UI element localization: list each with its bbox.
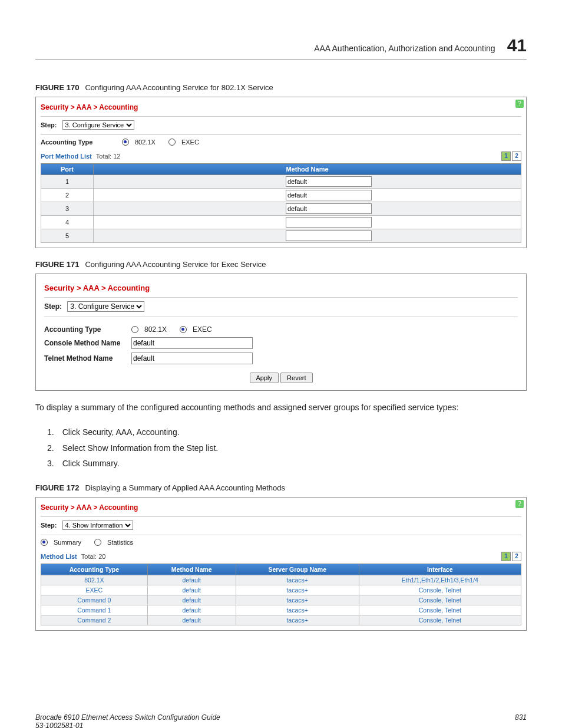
table-row: Command 2defaulttacacs+Console, Telnet — [41, 615, 521, 625]
table-row: 2 — [41, 189, 521, 202]
pager[interactable]: 1 2 — [501, 552, 521, 561]
help-icon[interactable]: ? — [515, 100, 524, 108]
breadcrumb: Security > AAA > Accounting — [44, 284, 518, 292]
figure-170-caption: FIGURE 170Configuring AAA Accounting Ser… — [35, 83, 527, 92]
step-select[interactable]: 4. Show Information — [62, 521, 133, 530]
step-label: Step: — [44, 302, 62, 311]
accounting-type-label: Accounting Type — [41, 139, 117, 146]
table-row: Command 0defaulttacacs+Console, Telnet — [41, 595, 521, 605]
radio-8021x[interactable] — [131, 326, 138, 333]
step-select[interactable]: 3. Configure Service — [67, 301, 144, 312]
chapter-number: 41 — [507, 35, 527, 55]
telnet-method-label: Telnet Method Name — [44, 354, 127, 363]
method-input[interactable] — [286, 203, 372, 214]
port-method-table: Port Method Name 1 2 3 4 5 — [41, 163, 521, 243]
revert-button[interactable]: Revert — [280, 373, 312, 383]
radio-exec[interactable] — [180, 326, 187, 333]
help-icon[interactable]: ? — [515, 500, 524, 508]
summary-intro-text: To display a summary of the configured a… — [35, 401, 527, 414]
table-row: EXECdefaulttacacs+Console, Telnet — [41, 585, 521, 595]
table-row: 4 — [41, 216, 521, 229]
footer-left: Brocade 6910 Ethernet Access Switch Conf… — [35, 713, 220, 728]
table-row: 802.1Xdefaulttacacs+Eth1/1,Eth1/2,Eth1/3… — [41, 575, 521, 585]
figure-171-panel: Security > AAA > Accounting Step: 3. Con… — [35, 274, 527, 391]
figure-172-panel: ? Security > AAA > Accounting Step: 4. S… — [35, 497, 527, 631]
method-input[interactable] — [286, 176, 372, 187]
accounting-type-label: Accounting Type — [44, 325, 127, 334]
apply-button[interactable]: Apply — [250, 373, 279, 383]
table-row: 3 — [41, 202, 521, 216]
step-label: Step: — [41, 522, 57, 529]
summary-table: Accounting Type Method Name Server Group… — [41, 564, 521, 625]
col-method: Method Name — [94, 164, 521, 175]
table-row: Command 1defaulttacacs+Console, Telnet — [41, 605, 521, 615]
telnet-method-input[interactable] — [131, 353, 253, 364]
radio-summary[interactable] — [41, 539, 48, 546]
method-list-label: Method List — [41, 553, 77, 560]
method-input[interactable] — [286, 190, 372, 200]
figure-172-caption: FIGURE 172Displaying a Summary of Applie… — [35, 483, 527, 492]
table-row: 1 — [41, 175, 521, 189]
port-method-list-label: Port Method List — [41, 153, 92, 160]
section-title: AAA Authentication, Authorization and Ac… — [314, 44, 495, 53]
step-list: 1.Click Security, AAA, Accounting. 2.Sel… — [35, 424, 527, 472]
col-port: Port — [41, 164, 94, 175]
figure-170-panel: ? Security > AAA > Accounting Step: 3. C… — [35, 97, 527, 248]
method-input[interactable] — [286, 217, 372, 228]
step-label: Step: — [41, 121, 57, 129]
radio-8021x[interactable] — [122, 139, 129, 146]
console-method-input[interactable] — [131, 337, 253, 349]
page-number: 831 — [515, 713, 527, 728]
table-row: 5 — [41, 229, 521, 243]
breadcrumb: Security > AAA > Accounting — [41, 103, 521, 111]
pager[interactable]: 1 2 — [501, 151, 521, 161]
figure-171-caption: FIGURE 171Configuring AAA Accounting Ser… — [35, 260, 527, 269]
breadcrumb: Security > AAA > Accounting — [41, 503, 521, 512]
step-select[interactable]: 3. Configure Service — [62, 120, 134, 130]
radio-exec[interactable] — [168, 139, 176, 146]
radio-statistics[interactable] — [94, 539, 101, 546]
method-input[interactable] — [286, 230, 372, 241]
console-method-label: Console Method Name — [44, 339, 127, 347]
